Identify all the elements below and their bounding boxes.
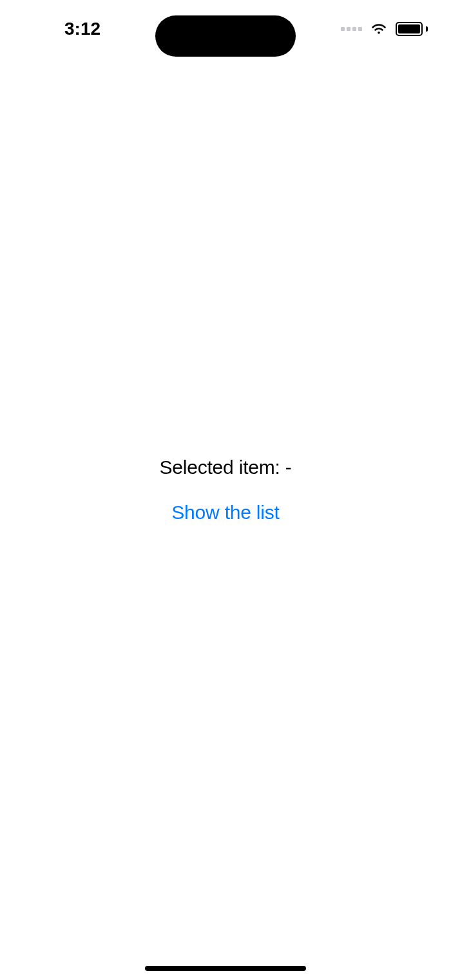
home-indicator[interactable] (145, 966, 306, 971)
main-content: Selected item: - Show the list (0, 0, 451, 980)
show-list-button[interactable]: Show the list (171, 502, 279, 523)
selected-item-label: Selected item: - (159, 457, 291, 478)
